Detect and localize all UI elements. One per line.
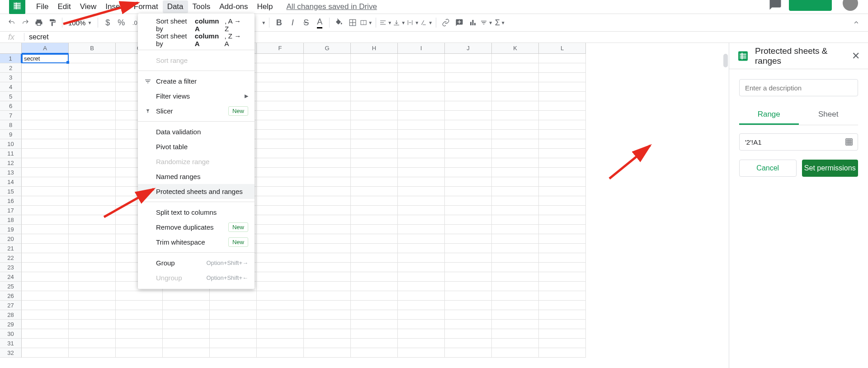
column-header[interactable]: K <box>492 43 539 54</box>
cell[interactable] <box>116 291 163 301</box>
cell[interactable] <box>539 310 586 320</box>
cell[interactable] <box>398 82 445 92</box>
cell[interactable] <box>398 301 445 310</box>
cell[interactable] <box>351 63 398 73</box>
cell[interactable] <box>351 111 398 120</box>
cell[interactable] <box>398 215 445 225</box>
cell[interactable] <box>22 111 69 120</box>
text-color-button[interactable]: A <box>313 16 326 29</box>
cell[interactable] <box>69 92 116 101</box>
cell[interactable] <box>445 120 492 130</box>
row-header[interactable]: 23 <box>0 263 22 272</box>
cell[interactable] <box>257 54 304 63</box>
cell[interactable] <box>351 139 398 149</box>
cell[interactable] <box>539 158 586 168</box>
cell[interactable] <box>492 272 539 282</box>
cell[interactable] <box>492 225 539 234</box>
menu-pivot-table[interactable]: Pivot table <box>138 139 255 154</box>
cell[interactable] <box>492 348 539 358</box>
column-header[interactable]: A <box>22 43 69 54</box>
cell[interactable] <box>539 177 586 187</box>
cell[interactable] <box>69 120 116 130</box>
cell[interactable] <box>539 282 586 291</box>
cell[interactable] <box>257 225 304 234</box>
zoom-select[interactable]: 100%▼ <box>66 19 94 27</box>
cell[interactable] <box>539 329 586 339</box>
cell[interactable] <box>257 310 304 320</box>
row-header[interactable]: 18 <box>0 215 22 225</box>
cell[interactable] <box>539 54 586 63</box>
cell[interactable] <box>398 158 445 168</box>
cell[interactable] <box>69 272 116 282</box>
cell[interactable] <box>304 348 351 358</box>
cell[interactable] <box>22 339 69 348</box>
cell[interactable] <box>69 139 116 149</box>
row-header[interactable]: 5 <box>0 92 22 101</box>
save-status[interactable]: All changes saved in Drive <box>287 2 377 11</box>
cell[interactable] <box>22 282 69 291</box>
menu-remove-duplicates[interactable]: Remove duplicatesNew <box>138 220 255 235</box>
cell[interactable] <box>445 272 492 282</box>
row-header[interactable]: 12 <box>0 158 22 168</box>
cancel-button[interactable]: Cancel <box>739 160 797 177</box>
cell[interactable] <box>22 263 69 272</box>
cell[interactable] <box>116 310 163 320</box>
cell[interactable] <box>492 244 539 253</box>
cell[interactable] <box>398 272 445 282</box>
cell[interactable] <box>257 244 304 253</box>
menu-tools[interactable]: Tools <box>188 0 215 13</box>
cell[interactable] <box>257 291 304 301</box>
row-header[interactable]: 30 <box>0 329 22 339</box>
cell[interactable] <box>445 253 492 263</box>
cell[interactable] <box>398 101 445 111</box>
cell[interactable] <box>257 149 304 158</box>
cell[interactable] <box>492 139 539 149</box>
row-header[interactable]: 25 <box>0 282 22 291</box>
cell[interactable] <box>445 111 492 120</box>
cell[interactable] <box>304 263 351 272</box>
vertical-scrollbar[interactable] <box>722 54 729 368</box>
cell[interactable] <box>445 234 492 244</box>
cell[interactable] <box>257 73 304 82</box>
formula-value[interactable]: secret <box>24 33 49 41</box>
range-input[interactable]: '2'!A1 <box>739 133 858 151</box>
cell[interactable] <box>163 301 210 310</box>
cell[interactable] <box>304 291 351 301</box>
cell[interactable] <box>351 225 398 234</box>
cell[interactable] <box>445 177 492 187</box>
cell[interactable] <box>22 149 69 158</box>
italic-button[interactable]: I <box>286 16 299 29</box>
cell[interactable] <box>304 301 351 310</box>
bold-button[interactable]: B <box>273 16 285 29</box>
menu-view[interactable]: View <box>75 0 101 13</box>
cell[interactable] <box>257 206 304 215</box>
cell[interactable] <box>445 54 492 63</box>
cell[interactable] <box>398 234 445 244</box>
cell[interactable] <box>445 196 492 206</box>
cell[interactable] <box>398 120 445 130</box>
row-header[interactable]: 21 <box>0 244 22 253</box>
row-header[interactable]: 13 <box>0 168 22 177</box>
print-button[interactable] <box>33 16 45 29</box>
row-header[interactable]: 11 <box>0 149 22 158</box>
cell[interactable] <box>304 187 351 196</box>
cell[interactable] <box>351 101 398 111</box>
collapse-button[interactable] <box>850 16 863 29</box>
cell[interactable] <box>257 120 304 130</box>
cell[interactable] <box>69 206 116 215</box>
row-header[interactable]: 1 <box>0 54 22 63</box>
cell[interactable] <box>69 310 116 320</box>
cell[interactable] <box>22 130 69 139</box>
cell[interactable] <box>445 149 492 158</box>
cell[interactable] <box>22 73 69 82</box>
cell[interactable] <box>351 263 398 272</box>
cell[interactable] <box>445 82 492 92</box>
cell[interactable] <box>398 320 445 329</box>
cell[interactable] <box>351 234 398 244</box>
cell[interactable] <box>398 139 445 149</box>
functions-button[interactable]: Σ▼ <box>494 16 506 29</box>
cell[interactable] <box>539 92 586 101</box>
tab-sheet[interactable]: Sheet <box>799 105 859 125</box>
cell[interactable] <box>351 82 398 92</box>
cell[interactable] <box>351 92 398 101</box>
